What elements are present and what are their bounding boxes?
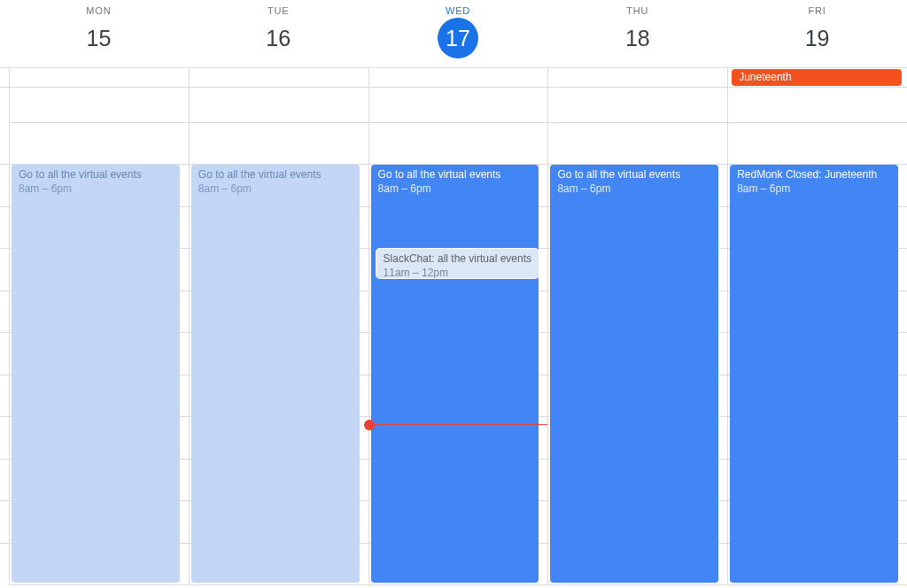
event-redmonk-closed[interactable]: RedMonk Closed: Juneteenth 8am – 6pm	[730, 165, 898, 583]
event-time: 11am – 12pm	[384, 267, 532, 278]
event-time: 8am – 6pm	[737, 182, 891, 196]
spacer-cell[interactable]	[189, 88, 368, 123]
event-virtual-events-wed[interactable]: Go to all the virtual events 8am – 6pm	[371, 165, 539, 583]
spacer-cell[interactable]	[547, 88, 727, 123]
time-gutter	[0, 123, 9, 585]
day-column-wed[interactable]: Go to all the virtual events 8am – 6pm S…	[368, 123, 548, 585]
event-title: Go to all the virtual events	[557, 168, 711, 182]
dow-label: MON	[9, 5, 189, 16]
event-virtual-events-mon[interactable]: Go to all the virtual events 8am – 6pm	[12, 165, 180, 583]
header-gutter	[0, 0, 9, 67]
time-grid: Go to all the virtual events 8am – 6pm G…	[0, 123, 907, 585]
allday-cell-wed[interactable]	[368, 68, 548, 87]
allday-cell-fri[interactable]: Juneteenth	[727, 68, 907, 87]
day-header-fri[interactable]: FRI 19	[727, 0, 907, 67]
day-number[interactable]: 16	[258, 18, 298, 58]
event-title: RedMonk Closed: Juneteenth	[737, 168, 891, 182]
dow-label: TUE	[189, 5, 368, 16]
spacer-cell[interactable]	[368, 88, 548, 123]
event-time: 8am – 6pm	[557, 182, 711, 196]
spacer-cell[interactable]	[727, 88, 907, 123]
event-time: 8am – 6pm	[378, 182, 532, 196]
event-time: 8am – 6pm	[19, 182, 173, 196]
event-title: SlackChat: all the virtual events	[384, 252, 532, 266]
event-title: Go to all the virtual events	[198, 168, 353, 182]
allday-row: Juneteenth	[0, 68, 907, 88]
day-number[interactable]: 17	[438, 18, 478, 58]
day-column-thu[interactable]: Go to all the virtual events 8am – 6pm	[547, 123, 727, 585]
day-column-fri[interactable]: RedMonk Closed: Juneteenth 8am – 6pm	[727, 123, 907, 585]
allday-cell-tue[interactable]	[189, 68, 368, 87]
allday-section: Juneteenth	[0, 68, 907, 123]
day-number[interactable]: 15	[78, 18, 119, 58]
event-time: 8am – 6pm	[198, 182, 353, 196]
day-header-tue[interactable]: TUE 16	[189, 0, 368, 67]
event-virtual-events-thu[interactable]: Go to all the virtual events 8am – 6pm	[550, 165, 718, 583]
event-title: Go to all the virtual events	[19, 168, 173, 182]
dow-label: THU	[547, 5, 727, 16]
calendar-week-view: MON 15 TUE 16 WED 17 THU 18 FRI 19 J	[0, 0, 907, 588]
event-title: Go to all the virtual events	[378, 168, 532, 182]
day-header-row: MON 15 TUE 16 WED 17 THU 18 FRI 19	[0, 0, 907, 68]
day-number[interactable]: 18	[617, 18, 658, 58]
allday-cell-mon[interactable]	[9, 68, 189, 87]
event-slackchat[interactable]: SlackChat: all the virtual events 11am –…	[376, 249, 539, 278]
spacer-cell[interactable]	[9, 88, 189, 123]
allday-spacer-row	[0, 88, 907, 123]
day-column-mon[interactable]: Go to all the virtual events 8am – 6pm	[9, 123, 189, 585]
allday-gutter	[0, 68, 9, 87]
spacer-gutter	[0, 88, 9, 123]
day-column-tue[interactable]: Go to all the virtual events 8am – 6pm	[189, 123, 368, 585]
day-number[interactable]: 19	[797, 18, 838, 58]
allday-cell-thu[interactable]	[547, 68, 727, 87]
day-header-thu[interactable]: THU 18	[547, 0, 727, 67]
dow-label: WED	[368, 5, 548, 16]
dow-label: FRI	[727, 5, 907, 16]
allday-event-juneteenth[interactable]: Juneteenth	[732, 69, 902, 86]
event-virtual-events-tue[interactable]: Go to all the virtual events 8am – 6pm	[191, 165, 360, 583]
day-header-mon[interactable]: MON 15	[9, 0, 189, 67]
day-header-wed[interactable]: WED 17	[368, 0, 548, 67]
